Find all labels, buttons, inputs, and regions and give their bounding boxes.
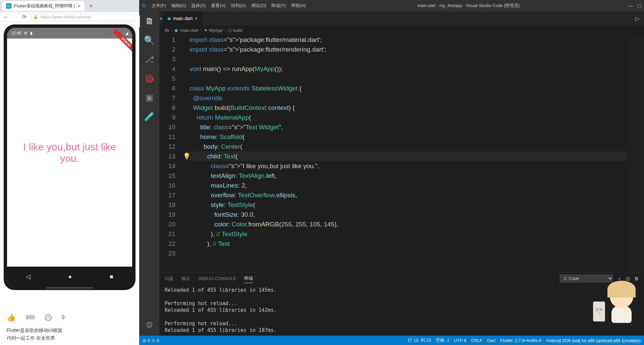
class-icon: ✦ — [204, 28, 208, 33]
demo-text: I like you,but just like you. — [7, 141, 132, 164]
split-terminal-icon[interactable]: ▯▯ — [626, 276, 630, 281]
panel-tab-problems[interactable]: 问题 — [165, 274, 173, 283]
panel-tab-output[interactable]: 输出 — [181, 274, 190, 283]
thumbs-up-icon[interactable]: 👍 — [7, 313, 16, 322]
phone-screen: 12:45 ⚙ ▮ ◢ DEBUG I like you,but just li… — [7, 28, 132, 287]
vscode-logo-icon: ⧉ — [142, 3, 146, 9]
gear-icon: ⚙ — [24, 31, 28, 36]
chevron-right-icon: › — [171, 28, 172, 33]
menu-item[interactable]: 选择(S) — [189, 2, 208, 9]
bc-class[interactable]: MyApp — [209, 28, 222, 33]
menu-item[interactable]: 帮助(H) — [288, 2, 309, 9]
chevron-right-icon: › — [224, 28, 226, 33]
nav-recent-icon[interactable]: ■ — [110, 273, 113, 280]
screen-body: I like you,but just like you. — [7, 39, 132, 267]
url-bar[interactable]: 🔒 https://www.bilibili.com/vid — [31, 13, 136, 20]
bc-file[interactable]: main.dart — [180, 28, 198, 33]
status-lang[interactable]: Dart — [487, 338, 495, 343]
tab-strip: tv Flutter基础视频教程_哔哩哔哩 ( × + — [0, 0, 139, 12]
watermark: https://blog.csdn.net/weixin_42721123 — [552, 340, 641, 344]
code-editor[interactable]: 1234567891011121314151617181920212223 💡 … — [159, 35, 644, 272]
terminal-output[interactable]: Reloaded 1 of 455 libraries in 145ms. Pe… — [159, 285, 644, 336]
status-icons: ◢ — [125, 31, 128, 36]
lightbulb-icon[interactable]: 💡 — [183, 151, 190, 161]
extensions-icon[interactable]: ▣ — [139, 92, 159, 104]
activity-bar: 🗎 🔍 ⎇ 🐞 ▣ 🧪 ⚙ — [139, 11, 159, 336]
new-terminal-icon[interactable]: ＋ — [617, 276, 622, 282]
tab-filename: main.dart — [173, 16, 193, 21]
minimap[interactable] — [627, 35, 644, 272]
editor-tab-main-dart[interactable]: ◆ main.dart × — [163, 11, 203, 25]
bookmark-icon: ▮ — [30, 31, 33, 36]
bc-lib[interactable]: lib — [165, 28, 169, 33]
explorer-icon[interactable]: 🗎 — [139, 15, 159, 27]
vscode-body: 🗎 🔍 ⎇ 🐞 ▣ 🧪 ⚙ ≡ ◆ main.dart × ▷ lib › — [139, 11, 644, 336]
like-count: 988 — [26, 315, 35, 321]
search-icon[interactable]: 🔍 — [139, 34, 159, 46]
reload-icon[interactable]: ⟳ — [22, 14, 26, 20]
trash-icon[interactable]: 🗑 — [634, 276, 639, 281]
panel-toolbar: 2: Code ＋ ▯▯ 🗑 — [559, 274, 639, 283]
menu-item[interactable]: 终端(T) — [269, 2, 288, 9]
status-encoding[interactable]: UTF-8 — [454, 338, 467, 343]
coin-count: 9 — [62, 315, 65, 321]
editor-area: ≡ ◆ main.dart × ▷ lib › ◆ main.dart › ✦M… — [159, 11, 644, 336]
line-numbers: 1234567891011121314151617181920212223 — [159, 35, 183, 272]
nav-home-icon[interactable]: ● — [68, 273, 72, 280]
status-flutter[interactable]: Flutter: 1.7.8+hotfix.4 — [500, 338, 541, 343]
minimize-icon[interactable]: — — [628, 3, 633, 8]
video-description: Flutter是谷歌的移动UI框架 代码一起工作 在全世界 — [7, 327, 132, 342]
browser-chrome: tv Flutter基础视频教程_哔哩哔哩 ( × + ← → ⟳ 🔒 http… — [0, 0, 139, 22]
menu-item[interactable]: 调试(D) — [249, 2, 269, 9]
settings-gear-icon[interactable]: ⚙ — [139, 319, 159, 331]
bc-method[interactable]: build — [233, 28, 242, 33]
status-line-col[interactable]: 行 13, 列 23 — [408, 337, 431, 343]
panel-tab-terminal[interactable]: 终端 — [244, 274, 253, 283]
status-spaces[interactable]: 空格: 2 — [436, 337, 449, 343]
tab-overflow-icon[interactable]: ≡ — [159, 11, 163, 25]
close-icon[interactable]: × — [78, 3, 80, 9]
menu-item[interactable]: 查看(V) — [208, 2, 228, 9]
dart-file-icon: ◆ — [174, 27, 178, 33]
vscode-titlebar: ⧉ 文件(F)编辑(E)选择(S)查看(V)转到(G)调试(D)终端(T)帮助(… — [139, 0, 644, 11]
status-errors[interactable]: ⊘ 0 ⚠ 0 — [143, 338, 159, 343]
coin-icon[interactable]: 币 — [45, 314, 52, 321]
terminal-selector[interactable]: 2: Code — [559, 274, 613, 283]
tab-title: Flutter基础视频教程_哔哩哔哩 ( — [14, 3, 75, 9]
nav-back-icon[interactable]: ◁ — [26, 273, 31, 280]
debug-icon[interactable]: 🐞 — [139, 73, 159, 84]
android-nav-bar: ◁ ● ■ — [7, 267, 132, 287]
nav-bar: ← → ⟳ 🔒 https://www.bilibili.com/vid — [0, 12, 139, 22]
tabs-spacer — [203, 11, 631, 25]
likes-row: 👍 988 币 9 — [7, 310, 132, 325]
panel-tabs: 问题 输出 DEBUG CONSOLE 终端 2: Code ＋ ▯▯ 🗑 — [159, 272, 644, 285]
phone-speaker — [46, 287, 93, 289]
phone-frame: 12:45 ⚙ ▮ ◢ DEBUG I like you,but just li… — [4, 24, 136, 290]
menu-item[interactable]: 文件(F) — [149, 2, 169, 9]
status-time: 12:45 — [11, 31, 21, 36]
maximize-icon[interactable]: ▢ — [637, 3, 641, 8]
window-title: main.dart - my_firstapp - Visual Studio … — [310, 3, 627, 9]
dart-file-icon: ◆ — [167, 16, 171, 21]
status-eol[interactable]: CRLF — [471, 338, 482, 343]
vscode-window: ⧉ 文件(F)编辑(E)选择(S)查看(V)转到(G)调试(D)终端(T)帮助(… — [139, 0, 644, 345]
run-button[interactable]: ▷ — [631, 11, 644, 25]
test-icon[interactable]: 🧪 — [139, 111, 159, 123]
git-icon[interactable]: ⎇ — [139, 54, 159, 65]
bilibili-favicon-icon: tv — [6, 3, 11, 9]
menu-item[interactable]: 编辑(E) — [169, 2, 189, 9]
code-content[interactable]: import class="s">'package:flutter/materi… — [190, 35, 627, 272]
browser-tab[interactable]: tv Flutter基础视频教程_哔哩哔哩 ( × — [2, 1, 85, 11]
signal-icon: ◢ — [125, 31, 128, 36]
method-icon: ⬡ — [228, 28, 232, 33]
glyph-margin: 💡 — [183, 35, 190, 272]
breadcrumbs[interactable]: lib › ◆ main.dart › ✦MyApp › ⬡build — [159, 25, 644, 35]
tab-dirty-icon[interactable]: × — [195, 16, 197, 21]
new-tab-button[interactable]: + — [87, 3, 96, 10]
forward-icon[interactable]: → — [13, 14, 18, 20]
back-icon[interactable]: ← — [3, 14, 9, 20]
panel-tab-debug-console[interactable]: DEBUG CONSOLE — [198, 275, 236, 282]
menu-item[interactable]: 转到(G) — [228, 2, 249, 9]
video-meta: 👍 988 币 9 Flutter是谷歌的移动UI框架 代码一起工作 在全世界 — [0, 307, 139, 345]
lock-icon: 🔒 — [34, 15, 38, 19]
